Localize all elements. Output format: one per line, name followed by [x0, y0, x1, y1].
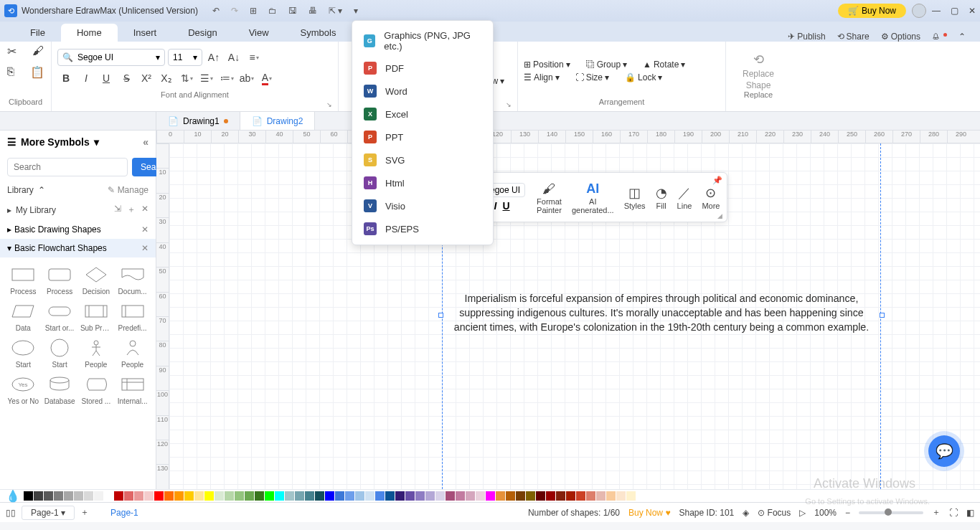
shape-item[interactable]: Data — [6, 298, 41, 333]
color-swatch[interactable] — [335, 491, 344, 501]
tab-file[interactable]: File — [14, 24, 61, 42]
color-swatch[interactable] — [486, 491, 495, 501]
sidebar-collapse-icon[interactable]: « — [143, 136, 149, 148]
ribbon-collapse-icon[interactable]: ⌃ — [958, 32, 966, 42]
color-swatch[interactable] — [516, 491, 525, 501]
color-swatch[interactable] — [34, 491, 43, 501]
close-icon[interactable]: ✕ — [141, 243, 149, 253]
redo-icon[interactable]: ↷ — [231, 6, 238, 16]
float-ai-generated[interactable]: AIAIgenerated... — [567, 180, 618, 214]
underline-icon[interactable]: U — [98, 70, 115, 86]
new-icon[interactable]: ⊞ — [250, 6, 257, 16]
chat-fab[interactable]: 💬 — [928, 435, 960, 467]
print-icon[interactable]: 🖶 — [308, 6, 317, 16]
color-swatch[interactable] — [184, 491, 194, 501]
shape-item[interactable]: Start — [6, 335, 41, 370]
replace-shape-button[interactable]: ⟲ Replace Shape — [743, 52, 774, 90]
color-swatch[interactable] — [275, 491, 284, 501]
undo-icon[interactable]: ↶ — [212, 6, 220, 16]
focus-button[interactable]: ⊙ Focus — [758, 508, 791, 518]
save-icon[interactable]: 🖫 — [288, 6, 297, 16]
color-swatch[interactable] — [194, 491, 204, 501]
color-swatch[interactable] — [265, 491, 274, 501]
color-swatch[interactable] — [476, 491, 485, 501]
increase-font-icon[interactable]: A↑ — [205, 49, 222, 65]
section-basic-drawing[interactable]: ▸ Basic Drawing Shapes✕ — [0, 220, 156, 239]
color-swatch[interactable] — [556, 491, 565, 501]
color-swatch[interactable] — [325, 491, 334, 501]
shape-item[interactable]: Database — [42, 372, 77, 407]
qat-more-icon[interactable]: ▾ — [354, 6, 358, 16]
color-swatch[interactable] — [235, 491, 244, 501]
color-swatch[interactable] — [596, 491, 606, 501]
paste-icon[interactable]: 📋 — [30, 65, 44, 79]
shape-item[interactable]: People — [115, 335, 150, 370]
close-button[interactable]: ✕ — [969, 6, 976, 16]
color-swatch[interactable] — [44, 491, 53, 501]
fit-page-icon[interactable]: ⛶ — [949, 508, 958, 518]
options-button[interactable]: ⚙ Options — [881, 32, 920, 42]
subscript-icon[interactable]: X₂ — [158, 70, 175, 86]
align-button[interactable]: ☰ Align▾ — [524, 72, 560, 82]
close-icon[interactable]: ✕ — [141, 224, 149, 235]
presentation-icon[interactable]: ▷ — [799, 508, 806, 518]
font-dialog-launcher[interactable]: ↘ — [326, 101, 332, 108]
tab-home[interactable]: Home — [61, 24, 118, 42]
add-icon[interactable]: ＋ — [127, 204, 136, 216]
color-swatch[interactable] — [365, 491, 374, 501]
shape-item[interactable]: People — [79, 335, 114, 370]
open-icon[interactable]: 🗀 — [268, 6, 277, 16]
color-swatch[interactable] — [114, 491, 123, 501]
shape-item[interactable]: Predefi... — [115, 298, 150, 333]
color-swatch[interactable] — [586, 491, 595, 501]
color-swatch[interactable] — [466, 491, 475, 501]
pin-icon[interactable]: 📌 — [712, 176, 722, 185]
active-page-label[interactable]: Page-1 — [110, 508, 138, 518]
shape-item[interactable]: Decision — [79, 262, 114, 297]
size-button[interactable]: ⛶ Size▾ — [575, 72, 609, 82]
color-swatch[interactable] — [204, 491, 214, 501]
export-item[interactable]: XExcel — [352, 103, 493, 126]
notifications-icon[interactable]: 🕭 — [932, 32, 947, 42]
cut-icon[interactable]: ✂ — [7, 44, 17, 58]
color-swatch[interactable] — [375, 491, 385, 501]
color-swatch[interactable] — [245, 491, 254, 501]
user-avatar[interactable] — [912, 4, 926, 18]
color-swatch[interactable] — [164, 491, 174, 501]
symbol-search-input[interactable] — [7, 158, 128, 176]
decrease-font-icon[interactable]: A↓ — [225, 49, 242, 65]
color-swatch[interactable] — [395, 491, 405, 501]
color-swatch[interactable] — [154, 491, 164, 501]
color-swatch[interactable] — [355, 491, 364, 501]
italic-icon[interactable]: I — [77, 70, 95, 86]
canvas-text-shape[interactable]: Imperialism is forceful expansion of emp… — [446, 292, 877, 335]
my-library-item[interactable]: My Library — [16, 205, 56, 215]
export-item[interactable]: GGraphics (PNG, JPG etc.) — [352, 25, 493, 57]
font-family-select[interactable]: 🔍Segoe UI▾ — [57, 49, 165, 66]
color-swatch[interactable] — [24, 491, 33, 501]
color-swatch[interactable] — [345, 491, 354, 501]
color-swatch[interactable] — [215, 491, 224, 501]
export-item[interactable]: SSVG — [352, 148, 493, 171]
export-item[interactable]: HHtml — [352, 171, 493, 194]
shape-item[interactable]: Docum... — [115, 262, 150, 297]
color-swatch[interactable] — [425, 491, 435, 501]
bold-icon[interactable]: B — [57, 70, 75, 86]
float-styles[interactable]: ◫Styles — [620, 184, 650, 210]
color-swatch[interactable] — [405, 491, 415, 501]
copy-icon[interactable]: ⎘ — [7, 65, 14, 79]
eyedropper-icon[interactable]: 💧 — [6, 489, 20, 503]
publish-button[interactable]: ✈ Publish — [788, 32, 825, 42]
position-button[interactable]: ⊞ Position▾ — [524, 60, 570, 70]
shape-item[interactable]: Process — [42, 262, 77, 297]
export-item[interactable]: PsPS/EPS — [352, 217, 493, 240]
export-item[interactable]: PPDF — [352, 57, 493, 80]
color-swatch[interactable] — [576, 491, 585, 501]
resize-corner[interactable]: ◢ — [717, 212, 722, 219]
canvas-area[interactable]: 0102030405060708090100110120130140150160… — [156, 131, 980, 489]
superscript-icon[interactable]: X² — [138, 70, 155, 86]
shape-item[interactable]: Internal... — [115, 372, 150, 407]
manage-button[interactable]: ✎ Manage — [108, 185, 149, 195]
selection-handle-w[interactable] — [438, 313, 443, 318]
color-swatch[interactable] — [315, 491, 324, 501]
